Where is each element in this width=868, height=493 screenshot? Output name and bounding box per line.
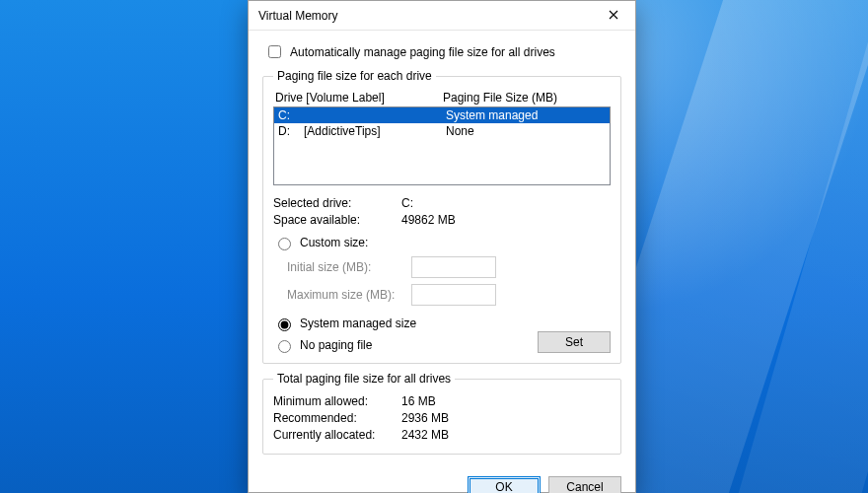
initial-size-row: Initial size (MB): (273, 256, 611, 278)
cancel-button[interactable]: Cancel (548, 476, 621, 493)
drive-size: None (446, 123, 606, 139)
rec-row: Recommended: 2936 MB (273, 410, 611, 427)
custom-size-radio-row[interactable]: Custom size: (273, 235, 611, 250)
dialog-footer: OK Cancel (249, 470, 635, 493)
totals-fieldset: Total paging file size for all drives Mi… (262, 372, 621, 455)
drives-fieldset: Paging file size for each drive Drive [V… (262, 69, 621, 364)
auto-manage-checkbox[interactable] (268, 45, 281, 58)
min-row: Minimum allowed: 16 MB (273, 393, 611, 410)
col-drive-label: Drive [Volume Label] (275, 91, 443, 105)
desktop-background: Virtual Memory Automatically manage pagi… (0, 0, 868, 493)
drive-volume (304, 107, 446, 123)
selected-drive-label: Selected drive: (273, 195, 401, 212)
ok-button[interactable]: OK (468, 476, 541, 493)
col-size-label: Paging File Size (MB) (443, 91, 609, 105)
maximum-size-row: Maximum size (MB): (273, 284, 611, 306)
custom-size-radio[interactable] (278, 238, 291, 250)
drive-letter: C: (278, 107, 304, 123)
virtual-memory-dialog: Virtual Memory Automatically manage pagi… (248, 0, 636, 493)
set-button[interactable]: Set (538, 331, 611, 353)
cur-value: 2432 MB (401, 427, 449, 444)
auto-manage-label: Automatically manage paging file size fo… (290, 45, 555, 59)
drive-row[interactable]: D: [AddictiveTips] None (274, 123, 610, 139)
auto-manage-checkbox-row[interactable]: Automatically manage paging file size fo… (264, 42, 621, 61)
rec-value: 2936 MB (401, 410, 449, 427)
totals-legend: Total paging file size for all drives (273, 372, 455, 386)
drives-legend: Paging file size for each drive (273, 69, 436, 83)
drive-volume: [AddictiveTips] (304, 123, 446, 139)
system-managed-radio[interactable] (278, 318, 291, 331)
space-available-label: Space available: (273, 212, 401, 229)
rec-label: Recommended: (273, 410, 401, 427)
space-available-value: 49862 MB (401, 212, 456, 229)
cur-label: Currently allocated: (273, 427, 401, 444)
initial-size-input[interactable] (411, 256, 496, 278)
drive-list-header: Drive [Volume Label] Paging File Size (M… (273, 91, 611, 106)
custom-size-label: Custom size: (300, 236, 368, 249)
no-paging-radio[interactable] (278, 340, 291, 353)
window-title: Virtual Memory (258, 9, 592, 23)
min-label: Minimum allowed: (273, 393, 401, 410)
drive-row[interactable]: C: System managed (274, 107, 610, 123)
close-button[interactable] (592, 1, 635, 30)
cur-row: Currently allocated: 2432 MB (273, 427, 611, 444)
initial-size-label: Initial size (MB): (273, 260, 403, 274)
space-available-row: Space available: 49862 MB (273, 212, 611, 229)
maximum-size-label: Maximum size (MB): (273, 288, 403, 302)
selected-drive-row: Selected drive: C: (273, 195, 611, 212)
selected-drive-value: C: (401, 195, 413, 212)
drive-size: System managed (446, 107, 606, 123)
drive-letter: D: (278, 123, 304, 139)
min-value: 16 MB (401, 393, 436, 410)
maximum-size-input[interactable] (411, 284, 496, 306)
close-icon (609, 9, 618, 23)
drive-list[interactable]: C: System managed D: [AddictiveTips] Non… (273, 106, 611, 185)
no-paging-label: No paging file (300, 338, 372, 352)
titlebar: Virtual Memory (249, 1, 635, 31)
system-managed-radio-row[interactable]: System managed size (273, 316, 611, 331)
system-managed-label: System managed size (300, 317, 416, 330)
